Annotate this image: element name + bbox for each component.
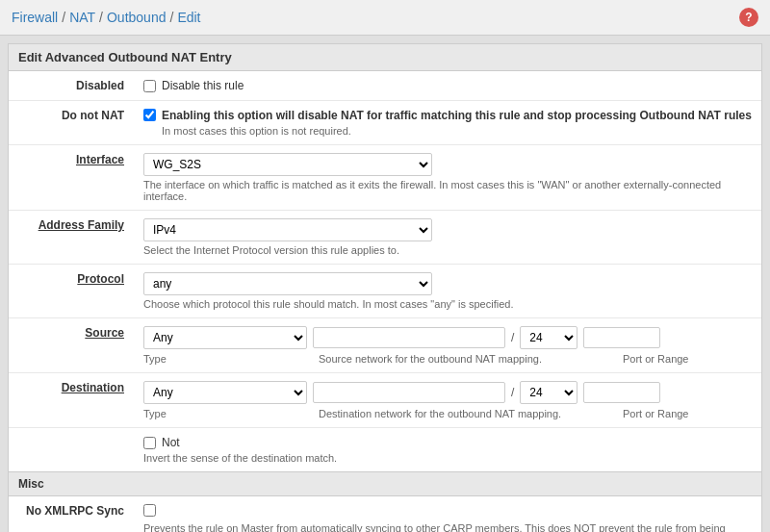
disabled-checkbox-row: Disable this rule xyxy=(143,79,752,92)
do-not-nat-text: Enabling this option will disable NAT fo… xyxy=(162,109,752,137)
not-help: Invert the sense of the destination matc… xyxy=(143,452,752,464)
not-label-cell xyxy=(9,428,134,472)
protocol-help: Choose which protocol this rule should m… xyxy=(143,298,752,310)
no-xmlrpc-label-cell: No XMLRPC Sync xyxy=(9,496,134,532)
destination-content: Any / 24 Type Destination network for th… xyxy=(134,373,761,428)
breadcrumb-outbound[interactable]: Outbound xyxy=(107,10,167,25)
form-table: Disabled Disable this rule Do not NAT xyxy=(9,71,761,471)
sep-2: / xyxy=(99,10,103,25)
do-not-nat-label: Do not NAT xyxy=(9,101,134,145)
address-family-label[interactable]: Address Family xyxy=(38,218,124,232)
destination-type-select[interactable]: Any xyxy=(143,381,307,404)
destination-row: Destination Any / 24 xyxy=(9,373,761,428)
sep-3: / xyxy=(169,10,173,25)
address-family-label-cell: Address Family xyxy=(9,211,134,265)
not-label: Not xyxy=(162,436,180,449)
breadcrumb: Firewall / NAT / Outbound / Edit xyxy=(12,10,201,25)
no-xmlrpc-help: Prevents the rule on Master from automat… xyxy=(143,522,752,532)
source-label[interactable]: Source xyxy=(85,326,124,340)
destination-port-sublabel: Port or Range xyxy=(623,408,688,419)
main-panel: Edit Advanced Outbound NAT Entry Disable… xyxy=(8,43,762,532)
destination-network-input[interactable] xyxy=(313,382,505,403)
no-xmlrpc-content: Prevents the rule on Master from automat… xyxy=(134,496,761,532)
do-not-nat-bold-text: Enabling this option will disable NAT fo… xyxy=(162,109,752,122)
protocol-label-cell: Protocol xyxy=(9,265,134,318)
destination-label-cell: Destination xyxy=(9,373,134,428)
page-wrapper: Firewall / NAT / Outbound / Edit ? Edit … xyxy=(0,0,770,532)
disabled-label: Disabled xyxy=(9,71,134,101)
source-port-input[interactable] xyxy=(583,327,660,348)
protocol-label[interactable]: Protocol xyxy=(77,272,124,286)
source-label-cell: Source xyxy=(9,318,134,373)
destination-inputs-row: Any / 24 xyxy=(143,381,752,404)
no-xmlrpc-checkbox[interactable] xyxy=(143,504,156,517)
no-xmlrpc-row: No XMLRPC Sync Prevents the rule on Mast… xyxy=(9,496,761,532)
not-checkbox[interactable] xyxy=(143,437,156,449)
breadcrumb-nat[interactable]: NAT xyxy=(69,10,95,25)
misc-section-heading: Misc xyxy=(9,471,761,496)
protocol-row: Protocol any Choose which protocol this … xyxy=(9,265,761,318)
breadcrumb-edit[interactable]: Edit xyxy=(177,10,200,25)
source-inputs-row: Any / 24 xyxy=(143,326,752,349)
do-not-nat-content: Enabling this option will disable NAT fo… xyxy=(134,101,761,145)
address-family-row: Address Family IPv4 Select the Internet … xyxy=(9,211,761,265)
destination-slash: / xyxy=(511,386,514,399)
interface-label[interactable]: Interface xyxy=(76,153,124,166)
sep-1: / xyxy=(62,10,65,25)
source-port-sublabel: Port or Range xyxy=(623,353,688,365)
destination-label[interactable]: Destination xyxy=(62,381,124,394)
address-family-select[interactable]: IPv4 xyxy=(143,218,432,241)
disabled-checkbox-label: Disable this rule xyxy=(162,79,244,92)
source-network-input[interactable] xyxy=(313,327,505,348)
not-content: Not Invert the sense of the destination … xyxy=(134,428,761,472)
interface-label-cell: Interface xyxy=(9,145,134,211)
do-not-nat-row: Do not NAT Enabling this option will dis… xyxy=(9,101,761,145)
address-family-help: Select the Internet Protocol version thi… xyxy=(143,244,752,256)
not-row: Not Invert the sense of the destination … xyxy=(9,428,761,472)
destination-port-input[interactable] xyxy=(583,382,660,403)
misc-form-table: No XMLRPC Sync Prevents the rule on Mast… xyxy=(9,496,761,532)
source-network-sublabel: Source network for the outbound NAT mapp… xyxy=(319,353,617,365)
address-family-content: IPv4 Select the Internet Protocol versio… xyxy=(134,211,761,265)
page-header: Firewall / NAT / Outbound / Edit ? xyxy=(0,0,770,36)
do-not-nat-checkbox-row: Enabling this option will disable NAT fo… xyxy=(143,109,752,137)
source-cidr-select[interactable]: 24 xyxy=(520,326,578,349)
interface-row: Interface WG_S2S The interface on which … xyxy=(9,145,761,211)
source-row: Source Any / 24 Typ xyxy=(9,318,761,373)
source-slash: / xyxy=(511,331,514,344)
disabled-content: Disable this rule xyxy=(134,71,761,101)
source-content: Any / 24 Type Source network for the out… xyxy=(134,318,761,373)
source-type-sublabel: Type xyxy=(143,353,313,365)
protocol-content: any Choose which protocol this rule shou… xyxy=(134,265,761,318)
destination-sub-labels: Type Destination network for the outboun… xyxy=(143,408,752,419)
do-not-nat-help: In most cases this option is not require… xyxy=(162,125,752,137)
destination-network-sublabel: Destination network for the outbound NAT… xyxy=(319,408,617,419)
do-not-nat-checkbox[interactable] xyxy=(143,109,156,121)
breadcrumb-firewall[interactable]: Firewall xyxy=(12,10,58,25)
panel-title: Edit Advanced Outbound NAT Entry xyxy=(9,44,761,71)
destination-type-sublabel: Type xyxy=(143,408,313,419)
interface-select[interactable]: WG_S2S xyxy=(143,153,432,176)
not-checkbox-row: Not xyxy=(143,436,752,449)
disabled-row: Disabled Disable this rule xyxy=(9,71,761,101)
source-sub-labels: Type Source network for the outbound NAT… xyxy=(143,353,752,365)
interface-help: The interface on which traffic is matche… xyxy=(143,179,752,202)
help-icon[interactable]: ? xyxy=(739,8,758,27)
source-type-select[interactable]: Any xyxy=(143,326,307,349)
destination-cidr-select[interactable]: 24 xyxy=(520,381,578,404)
disabled-checkbox[interactable] xyxy=(143,80,156,92)
interface-content: WG_S2S The interface on which traffic is… xyxy=(134,145,761,211)
protocol-select[interactable]: any xyxy=(143,272,432,295)
